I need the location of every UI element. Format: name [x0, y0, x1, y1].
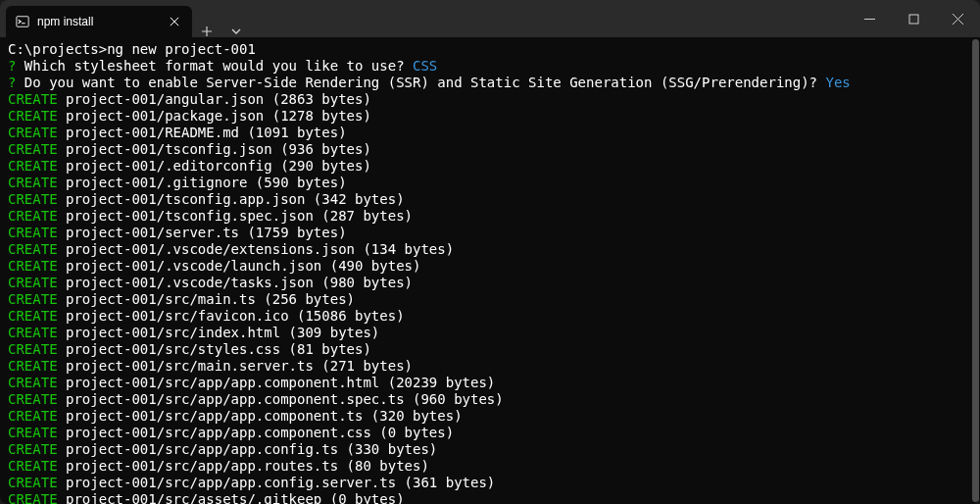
- tab-strip: npm install: [0, 0, 251, 37]
- create-line: CREATE project-001/src/app/app.config.se…: [8, 475, 972, 491]
- typed-command: ng new project-001: [107, 41, 256, 57]
- prompt-path: C:\projects>: [8, 41, 107, 57]
- tab-close-button[interactable]: [167, 14, 182, 29]
- cli-question-ssr: ? Do you want to enable Server-Side Rend…: [8, 75, 972, 91]
- create-line: CREATE project-001/.editorconfig (290 by…: [8, 158, 972, 175]
- svg-rect-7: [909, 15, 918, 24]
- terminal-icon: [16, 15, 29, 28]
- create-line: CREATE project-001/src/styles.css (81 by…: [8, 341, 972, 358]
- create-line: CREATE project-001/src/assets/.gitkeep (…: [8, 491, 972, 504]
- create-line: CREATE project-001/tsconfig.app.json (34…: [8, 191, 972, 208]
- create-line: CREATE project-001/package.json (1278 by…: [8, 108, 972, 125]
- create-line: CREATE project-001/src/main.ts (256 byte…: [8, 291, 972, 308]
- create-line: CREATE project-001/src/app/app.component…: [8, 408, 972, 425]
- window-titlebar: npm install: [0, 0, 980, 37]
- create-line: CREATE project-001/.vscode/launch.json (…: [8, 258, 972, 275]
- create-line: CREATE project-001/src/app/app.component…: [8, 375, 972, 391]
- new-tab-button[interactable]: [192, 25, 221, 37]
- window-controls: [848, 0, 980, 37]
- create-line: CREATE project-001/tsconfig.json (936 by…: [8, 141, 972, 158]
- create-line: CREATE project-001/tsconfig.spec.json (2…: [8, 208, 972, 225]
- create-line: CREATE project-001/src/app/app.config.ts…: [8, 441, 972, 458]
- scrollbar-thumb[interactable]: [972, 39, 979, 502]
- titlebar-drag-region[interactable]: [251, 0, 848, 37]
- create-line: CREATE project-001/.vscode/extensions.js…: [8, 241, 972, 258]
- create-line: CREATE project-001/angular.json (2863 by…: [8, 91, 972, 108]
- tab-npm-install[interactable]: npm install: [6, 6, 192, 37]
- maximize-button[interactable]: [892, 0, 936, 37]
- close-window-button[interactable]: [936, 0, 980, 37]
- create-line: CREATE project-001/server.ts (1759 bytes…: [8, 225, 972, 241]
- terminal-output[interactable]: C:\projects>ng new project-001? Which st…: [0, 37, 980, 504]
- cli-question-stylesheet: ? Which stylesheet format would you like…: [8, 58, 972, 75]
- create-line: CREATE project-001/README.md (1091 bytes…: [8, 125, 972, 141]
- create-line: CREATE project-001/.gitignore (590 bytes…: [8, 175, 972, 191]
- create-line: CREATE project-001/src/favicon.ico (1508…: [8, 308, 972, 325]
- tab-title: npm install: [37, 15, 159, 28]
- minimize-button[interactable]: [848, 0, 892, 37]
- create-line: CREATE project-001/src/app/app.component…: [8, 391, 972, 408]
- svg-rect-0: [17, 17, 28, 27]
- create-line: CREATE project-001/src/app/app.routes.ts…: [8, 458, 972, 475]
- terminal-scrollbar[interactable]: [972, 39, 979, 502]
- tab-dropdown-button[interactable]: [221, 25, 251, 37]
- create-line: CREATE project-001/src/app/app.component…: [8, 425, 972, 441]
- prompt-line: C:\projects>ng new project-001: [8, 41, 972, 58]
- create-line: CREATE project-001/src/main.server.ts (2…: [8, 358, 972, 375]
- create-line: CREATE project-001/.vscode/tasks.json (9…: [8, 275, 972, 291]
- create-line: CREATE project-001/src/index.html (309 b…: [8, 325, 972, 341]
